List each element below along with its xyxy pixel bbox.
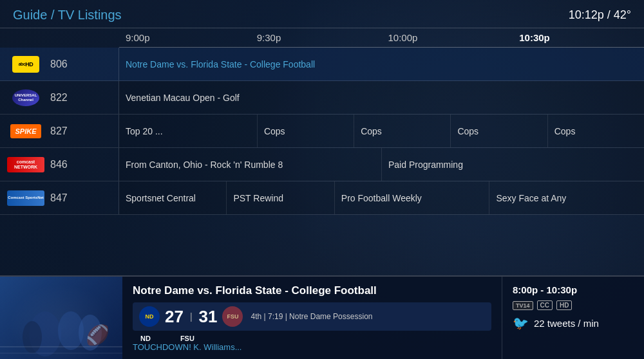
time-header-row: 9:00p 9:30p 10:00p 10:30p <box>119 28 644 48</box>
header-time: 10:12p / 42° <box>569 8 631 22</box>
program-cell[interactable]: Cops <box>354 115 451 147</box>
channel-number-822: 822 <box>50 92 70 104</box>
channel-row-822[interactable]: UNIVERSAL Channel 822 Venetian Macau Ope… <box>0 81 644 115</box>
game-quarter: 4th | 7:19 | Notre Dame Possession <box>251 312 372 321</box>
channel-info-847: Comcast SportsNet 847 <box>0 181 119 214</box>
time-slot-1030: 10:30p <box>513 32 644 43</box>
channel-row-806[interactable]: abcHD 806 Notre Dame vs. Florida State -… <box>0 48 644 81</box>
bottom-sidebar: 8:00p - 10:30p TV14 CC HD 🐦 22 tweets / … <box>502 277 644 359</box>
guide-grid: 9:00p 9:30p 10:00p 10:30p abcHD 806 Notr… <box>0 28 644 275</box>
badge-hd: HD <box>556 300 572 310</box>
program-cell[interactable]: Notre Dame vs. Florida State - College F… <box>119 48 644 80</box>
program-cell[interactable]: Cops <box>451 115 547 147</box>
program-cell[interactable]: Sportsnet Central <box>119 181 227 214</box>
program-cell[interactable]: From Canton, Ohio - Rock 'n' Rumble 8 <box>119 148 382 181</box>
channel-info-822: UNIVERSAL Channel 822 <box>0 81 119 114</box>
channel-logo-comcast: comcast NETWORK <box>6 155 45 174</box>
team-logo-fsu: FSU <box>222 306 243 327</box>
channel-row-847[interactable]: Comcast SportsNet 847 Sportsnet Central … <box>0 181 644 215</box>
thumbnail-svg <box>0 277 122 359</box>
program-cell[interactable]: Pro Football Weekly <box>335 181 490 214</box>
channel-programs-847: Sportsnet Central PST Rewind Pro Footbal… <box>119 181 644 214</box>
team2-label: FSU <box>180 335 194 342</box>
channel-logo-spike: SPIKE <box>6 122 45 141</box>
svg-point-3 <box>79 315 102 351</box>
breadcrumb: Guide / TV Listings <box>13 8 122 23</box>
program-cell[interactable]: Cops <box>548 115 644 147</box>
time-slot-900: 9:00p <box>119 32 251 43</box>
channel-info-846: comcast NETWORK 846 <box>0 148 119 181</box>
channel-logo-abc: abcHD <box>6 55 45 74</box>
badge-cc: CC <box>537 300 553 310</box>
program-cell[interactable]: Top 20 ... <box>119 115 258 147</box>
program-cell[interactable]: Sexy Face at Any <box>489 181 644 214</box>
bottom-panel: Notre Dame vs. Florida State - College F… <box>0 275 644 359</box>
time-slot-1000: 10:00p <box>382 32 513 43</box>
program-cell[interactable]: Paid Programming <box>382 148 644 181</box>
program-cell[interactable]: Venetian Macau Open - Golf <box>119 81 644 114</box>
channel-logo-universal: UNIVERSAL Channel <box>6 88 45 107</box>
channel-info-806: abcHD 806 <box>0 48 119 80</box>
team1-score: 27 <box>165 307 184 327</box>
channel-row-827[interactable]: SPIKE 827 Top 20 ... Cops Cops Cops Cops <box>0 115 644 148</box>
channel-info-827: SPIKE 827 <box>0 115 119 147</box>
program-cell[interactable]: Cops <box>258 115 354 147</box>
channel-number-827: 827 <box>50 125 70 137</box>
thumbnail-image <box>0 277 122 359</box>
team-logo-nd: ND <box>139 306 160 327</box>
channel-number-846: 846 <box>50 159 70 170</box>
channel-programs-827: Top 20 ... Cops Cops Cops Cops <box>119 115 644 147</box>
channel-programs-822: Venetian Macau Open - Golf <box>119 81 644 114</box>
game-status: 4th | 7:19 | Notre Dame Possession <box>251 312 372 321</box>
touchdown-text: TOUCHDOWN! K. Williams... <box>133 342 491 352</box>
channel-programs-846: From Canton, Ohio - Rock 'n' Rumble 8 Pa… <box>119 148 644 181</box>
svg-point-2 <box>23 321 42 353</box>
score-separator: | <box>189 311 194 322</box>
channel-logo-comcast-sports: Comcast SportsNet <box>6 189 45 208</box>
time-slot-930: 9:30p <box>251 32 382 43</box>
team2-score: 31 <box>199 307 218 327</box>
breadcrumb-static: Guide / <box>13 8 58 22</box>
bottom-info: Notre Dame vs. Florida State - College F… <box>122 277 502 359</box>
channel-row-846[interactable]: comcast NETWORK 846 From Canton, Ohio - … <box>0 148 644 181</box>
breadcrumb-link[interactable]: TV Listings <box>58 8 122 22</box>
channel-programs-806: Notre Dame vs. Florida State - College F… <box>119 48 644 80</box>
tweets-row: 🐦 22 tweets / min <box>513 315 634 331</box>
channel-number-806: 806 <box>50 59 70 70</box>
header: Guide / TV Listings 10:12p / 42° <box>0 0 644 28</box>
main-container: Guide / TV Listings 10:12p / 42° 9:00p 9… <box>0 0 644 359</box>
program-cell[interactable]: PST Rewind <box>227 181 334 214</box>
team1-label: ND <box>140 335 151 342</box>
team-labels: ND FSU <box>133 335 491 342</box>
tweets-count: 22 tweets / min <box>534 318 599 329</box>
show-time-range: 8:00p - 10:30p <box>513 284 634 295</box>
score-bar: ND 27 | 31 FSU 4th | 7:19 | Notre Dame P… <box>133 302 491 331</box>
rating-badge-tv14: TV14 <box>513 301 533 310</box>
bottom-thumbnail <box>0 277 122 359</box>
bottom-show-title: Notre Dame vs. Florida State - College F… <box>133 284 491 297</box>
twitter-icon: 🐦 <box>513 315 529 331</box>
channel-number-847: 847 <box>50 192 70 204</box>
rating-badges: TV14 CC HD <box>513 300 634 310</box>
